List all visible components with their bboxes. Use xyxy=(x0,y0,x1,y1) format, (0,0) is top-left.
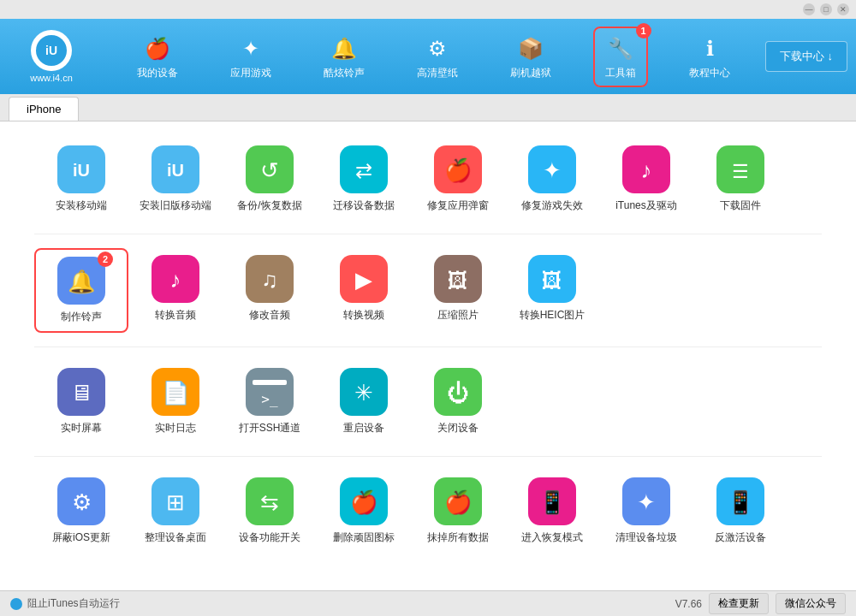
tool-row-row2: 2🔔制作铃声♪转换音频♫修改音频▶转换视频🖼压缩照片🖼转换HEIC图片 xyxy=(34,248,822,347)
tool-icon-backup-restore: ↺ xyxy=(246,145,294,193)
svg-text:✳: ✳ xyxy=(354,380,373,406)
tool-label-feature-switch: 设备功能开关 xyxy=(239,530,300,545)
tool-item-install-ipa[interactable]: iU安装移动端 xyxy=(34,139,128,220)
tool-label-convert-heic: 转换HEIC图片 xyxy=(520,308,586,323)
svg-text:🖥: 🖥 xyxy=(70,380,92,406)
tool-item-realtime-screen[interactable]: 🖥实时屏幕 xyxy=(34,361,128,442)
tab-bar: iPhone xyxy=(0,94,856,121)
tool-icon-realtime-log: 📄 xyxy=(152,368,199,416)
tool-icon-ssh-tunnel: >_ xyxy=(246,368,294,416)
tool-label-itunes-driver: iTunes及驱动 xyxy=(615,198,677,213)
tool-label-modify-audio: 修改音频 xyxy=(249,308,290,323)
tool-item-clean-junk[interactable]: ✦清理设备垃圾 xyxy=(599,471,693,552)
tool-row-row3: 🖥实时屏幕📄实时日志>_打开SSH通道✳重启设备⏻关闭设备 xyxy=(34,361,822,457)
nav-label-wallpapers: 高清壁纸 xyxy=(417,66,458,80)
check-update-button[interactable]: 检查更新 xyxy=(709,593,769,614)
tool-icon-migrate-data: ⇄ xyxy=(340,145,388,193)
tool-item-erase-data[interactable]: 🍎抹掉所有数据 xyxy=(411,471,505,552)
status-right: V7.66 检查更新 微信公众号 xyxy=(675,593,846,614)
tool-row-row4: ⚙屏蔽iOS更新⊞整理设备桌面⇆设备功能开关🍎删除顽固图标🍎抹掉所有数据📱进入恢… xyxy=(34,471,822,566)
maximize-button[interactable]: □ xyxy=(820,3,832,15)
nav-label-ringtones: 酷炫铃声 xyxy=(324,66,365,80)
nav-label-jailbreak: 刷机越狱 xyxy=(510,66,551,80)
tool-item-convert-heic[interactable]: 🖼转换HEIC图片 xyxy=(505,248,599,333)
nav-icon-wallpapers: ⚙ xyxy=(422,33,453,64)
tool-icon-deactivate: 📱 xyxy=(716,477,764,525)
tool-item-ssh-tunnel[interactable]: >_打开SSH通道 xyxy=(223,361,317,442)
svg-text:iU: iU xyxy=(167,161,184,180)
download-button[interactable]: 下载中心 ↓ xyxy=(765,41,847,72)
tool-item-convert-audio[interactable]: ♪转换音频 xyxy=(128,248,223,333)
svg-text:🔔: 🔔 xyxy=(68,268,96,295)
tab-iphone[interactable]: iPhone xyxy=(9,97,79,121)
tool-label-compress-photos: 压缩照片 xyxy=(437,308,479,323)
tool-label-erase-data: 抹掉所有数据 xyxy=(427,530,489,545)
nav-item-jailbreak[interactable]: 📦刷机越狱 xyxy=(500,28,562,86)
tool-item-itunes-driver[interactable]: ♪iTunes及驱动 xyxy=(599,139,693,220)
tool-item-shutdown-device[interactable]: ⏻关闭设备 xyxy=(411,361,505,442)
wechat-button[interactable]: 微信公众号 xyxy=(776,593,846,614)
minimize-button[interactable]: — xyxy=(803,3,815,15)
logo-text: www.i4.cn xyxy=(30,73,73,83)
svg-rect-35 xyxy=(253,380,287,385)
tool-label-reboot-device: 重启设备 xyxy=(343,421,384,435)
nav-item-apps-games[interactable]: ✦应用游戏 xyxy=(220,28,282,86)
tool-icon-realtime-screen: 🖥 xyxy=(57,368,105,416)
nav-item-wallpapers[interactable]: ⚙高清壁纸 xyxy=(407,28,468,86)
tool-item-make-ringtone[interactable]: 2🔔制作铃声 xyxy=(34,248,128,333)
tool-item-download-firmware[interactable]: ☰下载固件 xyxy=(693,139,788,220)
tool-item-feature-switch[interactable]: ⇆设备功能开关 xyxy=(223,471,317,552)
tool-label-install-old-ipa: 安装旧版移动端 xyxy=(140,198,211,213)
svg-text:♪: ♪ xyxy=(170,267,181,293)
tool-icon-erase-data: 🍎 xyxy=(434,477,482,525)
svg-text:🖼: 🖼 xyxy=(448,269,468,292)
svg-text:⊞: ⊞ xyxy=(166,489,185,515)
tool-item-modify-audio[interactable]: ♫修改音频 xyxy=(223,248,317,333)
nav-item-tutorials[interactable]: ℹ教程中心 xyxy=(679,28,740,86)
header: iU www.i4.cn 🍎我的设备✦应用游戏🔔酷炫铃声⚙高清壁纸📦刷机越狱1🔧… xyxy=(0,19,856,94)
tool-item-realtime-log[interactable]: 📄实时日志 xyxy=(128,361,223,442)
tool-label-organize-desktop: 整理设备桌面 xyxy=(145,530,206,545)
svg-text:⇄: ⇄ xyxy=(355,159,372,182)
item-badge-make-ringtone: 2 xyxy=(98,252,113,267)
svg-text:🖼: 🖼 xyxy=(542,269,562,292)
title-bar: — □ ✕ xyxy=(0,0,856,19)
tool-icon-modify-audio: ♫ xyxy=(246,255,294,303)
svg-text:🍎: 🍎 xyxy=(444,157,473,184)
status-bar: 阻止iTunes自动运行 V7.66 检查更新 微信公众号 xyxy=(0,590,856,616)
tool-label-realtime-screen: 实时屏幕 xyxy=(61,421,102,435)
tool-item-backup-restore[interactable]: ↺备份/恢复数据 xyxy=(223,139,317,220)
tool-item-install-old-ipa[interactable]: iU安装旧版移动端 xyxy=(128,139,223,220)
nav-label-toolbox: 工具箱 xyxy=(605,66,636,80)
tool-item-delete-stubborn[interactable]: 🍎删除顽固图标 xyxy=(317,471,411,552)
tool-item-recovery-mode[interactable]: 📱进入恢复模式 xyxy=(505,471,599,552)
svg-text:>_: >_ xyxy=(261,391,278,407)
tool-icon-install-old-ipa: iU xyxy=(152,145,199,193)
tool-icon-reboot-device: ✳ xyxy=(340,368,388,416)
nav-item-toolbox[interactable]: 1🔧工具箱 xyxy=(593,27,648,87)
svg-text:iU: iU xyxy=(45,44,57,57)
tool-item-reboot-device[interactable]: ✳重启设备 xyxy=(317,361,411,442)
tool-item-deactivate[interactable]: 📱反激活设备 xyxy=(693,471,788,552)
tool-item-convert-video[interactable]: ▶转换视频 xyxy=(317,248,411,333)
close-button[interactable]: ✕ xyxy=(837,3,849,15)
svg-text:✦: ✦ xyxy=(637,489,656,515)
status-text: 阻止iTunes自动运行 xyxy=(27,596,120,611)
tool-icon-delete-stubborn: 🍎 xyxy=(340,477,388,525)
nav-item-my-device[interactable]: 🍎我的设备 xyxy=(127,28,188,86)
tool-item-compress-photos[interactable]: 🖼压缩照片 xyxy=(411,248,505,333)
tool-label-download-firmware: 下载固件 xyxy=(720,198,761,213)
nav-item-ringtones[interactable]: 🔔酷炫铃声 xyxy=(313,28,375,86)
tool-item-migrate-data[interactable]: ⇄迁移设备数据 xyxy=(317,139,411,220)
tool-label-install-ipa: 安装移动端 xyxy=(56,198,107,213)
tool-item-fix-game[interactable]: ✦修复游戏失效 xyxy=(505,139,599,220)
svg-text:🍎: 🍎 xyxy=(444,489,473,516)
tool-icon-itunes-driver: ♪ xyxy=(622,145,670,193)
tool-item-organize-desktop[interactable]: ⊞整理设备桌面 xyxy=(128,471,223,552)
tool-item-block-ios-update[interactable]: ⚙屏蔽iOS更新 xyxy=(34,471,128,552)
tool-icon-compress-photos: 🖼 xyxy=(434,255,482,303)
tool-item-fix-app-crash[interactable]: 🍎修复应用弹窗 xyxy=(411,139,505,220)
tool-label-block-ios-update: 屏蔽iOS更新 xyxy=(52,530,110,545)
svg-text:⏻: ⏻ xyxy=(447,380,469,406)
tool-label-fix-app-crash: 修复应用弹窗 xyxy=(427,198,489,213)
